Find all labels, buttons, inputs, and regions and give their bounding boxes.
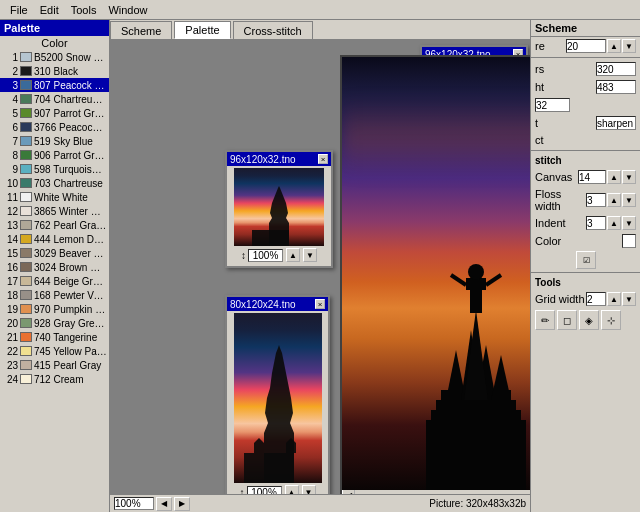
palette-row[interactable]: 10 703 Chartreuse [0,176,109,190]
floss-label: Floss width [535,188,586,212]
palette-row[interactable]: 1 B5200 Snow Whi [0,50,109,64]
palette-label: 712 Cream [34,374,107,385]
indent2-down[interactable]: ▼ [622,216,636,230]
indent-input[interactable] [535,98,570,112]
size-down[interactable]: ▼ [622,39,636,53]
canvas-up[interactable]: ▲ [607,170,621,184]
palette-label: 519 Sky Blue [34,136,107,147]
tools-row: ✏ ◻ ◈ ⊹ [531,308,640,332]
palette-row[interactable]: 17 644 Beige Gray M [0,274,109,288]
indent2-input[interactable] [586,216,606,230]
palette-row[interactable]: 13 762 Pearl Gray V [0,218,109,232]
tool-select[interactable]: ⊹ [601,310,621,330]
sw2-up[interactable]: ▲ [286,248,300,262]
palette-row[interactable]: 11 White White [0,190,109,204]
project-row: ct [531,132,640,148]
palette-row[interactable]: 16 3024 Brown Gray [0,260,109,274]
grid-up[interactable]: ▲ [607,292,621,306]
palette-row[interactable]: 21 740 Tangerine [0,330,109,344]
palette-num: 15 [2,248,18,259]
palette-row[interactable]: 9 598 Turquoise Li [0,162,109,176]
palette-label: 703 Chartreuse [34,178,107,189]
palette-row[interactable]: 22 745 Yellow Pale L [0,344,109,358]
color-swatch [20,66,32,76]
floss-down[interactable]: ▼ [622,193,636,207]
palette-label: 807 Peacock Blu [34,80,107,91]
size-up[interactable]: ▲ [607,39,621,53]
palette-row[interactable]: 12 3865 Winter Whi [0,204,109,218]
palette-row[interactable]: 18 168 Pewter Very [0,288,109,302]
palette-row[interactable]: 19 970 Pumpkin Lig [0,302,109,316]
sw4-down[interactable]: ▼ [302,485,316,494]
palette-row[interactable]: 8 906 Parrot Green [0,148,109,162]
palette-row[interactable]: 3 807 Peacock Blu [0,78,109,92]
palette-label: White White [34,192,107,203]
palette-label: 745 Yellow Pale L [34,346,107,357]
palette-label: 907 Parrot Green [34,108,107,119]
sub-window-2[interactable]: 96x120x32.tno × ↕ ▲ ▼ [225,150,333,268]
menu-tools[interactable]: Tools [65,3,103,17]
palette-label: 598 Turquoise Li [34,164,107,175]
grid-input[interactable] [586,292,606,306]
sub-window-4[interactable]: 80x120x24.tno × ↕ ▲ ▼ [225,295,330,494]
status-nav-right[interactable]: ▶ [174,497,190,511]
palette-row[interactable]: 20 928 Gray Green V [0,316,109,330]
indent2-up[interactable]: ▲ [607,216,621,230]
color-box[interactable] [622,234,636,248]
palette-panel: Palette Color 1 B5200 Snow Whi 2 310 Bla… [0,20,110,512]
sw4-title: 80x120x24.tno × [227,297,328,311]
palette-row[interactable]: 5 907 Parrot Green [0,106,109,120]
size-label: re [535,40,566,52]
sw4-close[interactable]: × [315,299,325,309]
menu-edit[interactable]: Edit [34,3,65,17]
palette-num: 7 [2,136,18,147]
palette-row[interactable]: 2 310 Black [0,64,109,78]
sw4-up[interactable]: ▲ [285,485,299,494]
tab-palette[interactable]: Palette [174,21,230,39]
tab-crossstitch[interactable]: Cross-stitch [233,21,313,39]
sw2-down[interactable]: ▼ [303,248,317,262]
sw4-image [234,313,322,483]
color-swatch [20,318,32,328]
project-label: ct [535,134,636,146]
sw2-scale-input[interactable] [248,249,283,262]
height-input[interactable] [596,80,636,94]
tool-pencil[interactable]: ✏ [535,310,555,330]
palette-row[interactable]: 4 704 Chartreuse B [0,92,109,106]
floss-input[interactable] [586,193,606,207]
effect-input[interactable] [596,116,636,130]
palette-row[interactable]: 7 519 Sky Blue [0,134,109,148]
palette-row[interactable]: 6 3766 Peacock Bl [0,120,109,134]
main-picture-window: ▲ ▼ ◀ ▶ [340,55,530,494]
tab-scheme[interactable]: Scheme [110,21,172,39]
palette-num: 9 [2,164,18,175]
palette-label: 970 Pumpkin Lig [34,304,107,315]
palette-row[interactable]: 24 712 Cream [0,372,109,386]
sw2-content: ↕ ▲ ▼ [227,166,331,266]
menu-file[interactable]: File [4,3,34,17]
status-scale-input[interactable] [114,497,154,510]
status-nav-left[interactable]: ◀ [156,497,172,511]
palette-row[interactable]: 14 444 Lemon Dark [0,232,109,246]
scheme-action-btn[interactable]: ☑ [576,251,596,269]
sw2-close[interactable]: × [318,154,328,164]
tools-title: Tools [531,275,640,290]
menu-window[interactable]: Window [102,3,153,17]
palette-label: 415 Pearl Gray [34,360,107,371]
size-input[interactable] [566,39,606,53]
grid-down[interactable]: ▼ [622,292,636,306]
width-input[interactable] [596,62,636,76]
palette-label: B5200 Snow Whi [34,52,107,63]
palette-row[interactable]: 15 3029 Beaver Gra [0,246,109,260]
sw4-scale-input[interactable] [247,486,282,495]
palette-label: 644 Beige Gray M [34,276,107,287]
palette-list[interactable]: 1 B5200 Snow Whi 2 310 Black 3 807 Peaco… [0,50,109,512]
palette-num: 10 [2,178,18,189]
canvas-down[interactable]: ▼ [622,170,636,184]
tool-eraser[interactable]: ◻ [557,310,577,330]
floss-up[interactable]: ▲ [607,193,621,207]
tool-fill[interactable]: ◈ [579,310,599,330]
palette-row[interactable]: 23 415 Pearl Gray [0,358,109,372]
palette-label: 3865 Winter Whi [34,206,107,217]
canvas-input[interactable] [578,170,606,184]
